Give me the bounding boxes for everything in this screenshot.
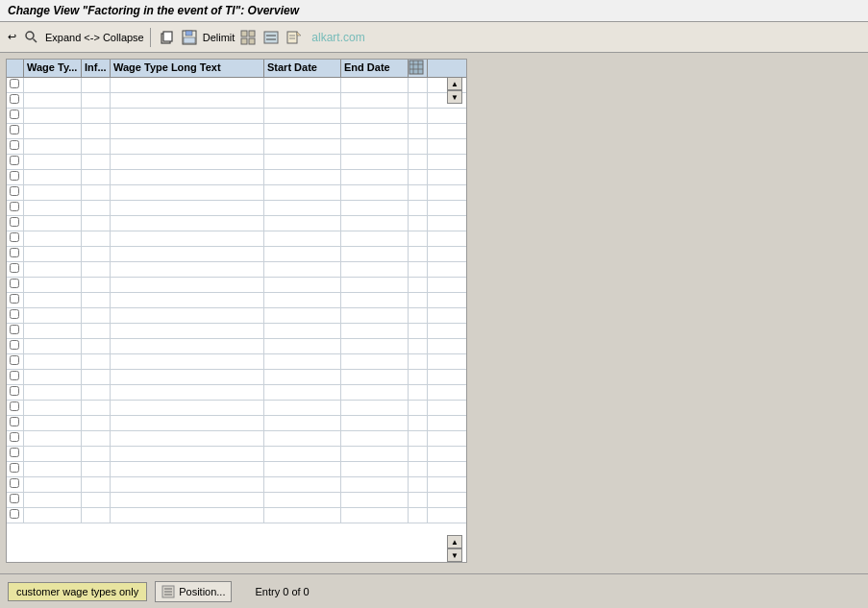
table-row[interactable] bbox=[7, 477, 466, 493]
table-row[interactable] bbox=[7, 462, 466, 477]
col-header-checkbox bbox=[7, 60, 24, 77]
scroll-down-button[interactable]: ▼ bbox=[447, 90, 462, 104]
table-row[interactable] bbox=[7, 385, 466, 401]
save-button[interactable] bbox=[180, 29, 199, 46]
table-row[interactable] bbox=[7, 231, 466, 247]
row-checkbox[interactable] bbox=[10, 94, 19, 104]
scroll-bottom-up-button[interactable]: ▲ bbox=[447, 535, 462, 548]
right-panel bbox=[473, 59, 862, 563]
position-button[interactable]: Position... bbox=[155, 581, 232, 602]
toolbar-icon1[interactable] bbox=[238, 29, 258, 46]
svg-point-0 bbox=[26, 32, 34, 39]
table-container: Wage Ty... Inf... Wage Type Long Text St… bbox=[6, 59, 467, 563]
title-bar: Change View "Factoring in the event of T… bbox=[0, 0, 868, 22]
position-label: Position... bbox=[179, 586, 225, 597]
scroll-up-button[interactable]: ▲ bbox=[447, 77, 462, 90]
row-checkbox[interactable] bbox=[10, 109, 19, 119]
table-row[interactable] bbox=[7, 155, 466, 170]
toolbar: Expand <-> Collapse Delimit bbox=[0, 22, 868, 53]
undo-icon bbox=[8, 31, 16, 43]
table-row[interactable] bbox=[7, 185, 466, 201]
table-row[interactable] bbox=[7, 247, 466, 262]
page-title: Change View "Factoring in the event of T… bbox=[8, 4, 299, 17]
svg-rect-11 bbox=[264, 32, 278, 43]
customer-wage-types-button[interactable]: customer wage types only bbox=[8, 582, 147, 601]
table-row[interactable] bbox=[7, 201, 466, 216]
main-area: Wage Ty... Inf... Wage Type Long Text St… bbox=[0, 53, 868, 569]
separator-1 bbox=[150, 28, 151, 47]
svg-rect-8 bbox=[249, 31, 255, 36]
toolbar-icon2[interactable] bbox=[261, 29, 281, 46]
svg-rect-18 bbox=[409, 61, 423, 74]
table-row[interactable] bbox=[7, 401, 466, 416]
select-all-icon bbox=[240, 30, 256, 45]
svg-rect-6 bbox=[184, 37, 195, 43]
table-row[interactable] bbox=[7, 216, 466, 231]
cell-enddate bbox=[341, 78, 409, 92]
table-row[interactable] bbox=[7, 124, 466, 139]
table-row[interactable] bbox=[7, 78, 466, 93]
table-row[interactable] bbox=[7, 354, 466, 370]
copy-icon bbox=[159, 30, 174, 45]
table-row[interactable] bbox=[7, 139, 466, 155]
table-row[interactable] bbox=[7, 416, 466, 431]
table-row[interactable] bbox=[7, 447, 466, 462]
column-settings-icon[interactable] bbox=[409, 60, 424, 75]
search-button[interactable] bbox=[22, 29, 41, 46]
cell-checkbox[interactable] bbox=[7, 109, 24, 123]
svg-rect-10 bbox=[249, 38, 255, 44]
col-header-wagetype: Wage Ty... bbox=[24, 60, 82, 77]
cell-startdate bbox=[264, 78, 341, 92]
search-icon bbox=[24, 30, 39, 45]
svg-marker-15 bbox=[297, 32, 301, 36]
table-row[interactable] bbox=[7, 431, 466, 447]
svg-rect-9 bbox=[241, 38, 247, 44]
save-icon bbox=[182, 30, 197, 45]
table-row[interactable] bbox=[7, 293, 466, 308]
cell-checkbox[interactable] bbox=[7, 93, 24, 108]
cell-scroll bbox=[409, 78, 428, 92]
watermark: alkart.com bbox=[311, 31, 364, 44]
expand-collapse-label[interactable]: Expand <-> Collapse bbox=[45, 32, 144, 43]
table-row[interactable] bbox=[7, 93, 466, 109]
arrow-up-icon: ▲ bbox=[451, 80, 459, 88]
table-row[interactable] bbox=[7, 170, 466, 185]
arrow-up-icon: ▲ bbox=[451, 538, 459, 547]
table-row[interactable] bbox=[7, 278, 466, 293]
table-row[interactable] bbox=[7, 508, 466, 523]
svg-line-1 bbox=[34, 38, 37, 42]
arrow-down-icon: ▼ bbox=[451, 93, 459, 102]
entry-info: Entry 0 of 0 bbox=[255, 586, 309, 597]
svg-rect-7 bbox=[241, 31, 247, 36]
col-header-startdate: Start Date bbox=[264, 60, 341, 77]
copy-button[interactable] bbox=[157, 29, 176, 46]
table-body: ▲ ▼ bbox=[7, 78, 466, 562]
svg-rect-3 bbox=[163, 32, 172, 41]
table-row[interactable] bbox=[7, 339, 466, 354]
table-row[interactable] bbox=[7, 262, 466, 278]
delimit-label[interactable]: Delimit bbox=[203, 32, 236, 43]
table-row[interactable] bbox=[7, 324, 466, 339]
toolbar-icon3[interactable] bbox=[285, 29, 304, 46]
table-row[interactable] bbox=[7, 308, 466, 324]
table-row[interactable] bbox=[7, 370, 466, 385]
cell-checkbox[interactable] bbox=[7, 78, 24, 92]
table-row[interactable] bbox=[7, 493, 466, 508]
svg-rect-5 bbox=[186, 31, 192, 36]
export-icon bbox=[286, 30, 302, 45]
status-bar: customer wage types only Position... Ent… bbox=[0, 573, 868, 608]
col-header-inf: Inf... bbox=[82, 60, 111, 77]
table-header: Wage Ty... Inf... Wage Type Long Text St… bbox=[7, 60, 466, 78]
filter-icon bbox=[263, 30, 279, 45]
row-checkbox[interactable] bbox=[10, 79, 19, 88]
col-header-wagelong: Wage Type Long Text bbox=[111, 60, 264, 77]
scroll-bottom-down-button[interactable]: ▼ bbox=[447, 548, 462, 562]
cell-wagetype bbox=[24, 78, 82, 92]
table-row[interactable] bbox=[7, 109, 466, 124]
col-header-enddate: End Date bbox=[341, 60, 409, 77]
cell-wagelong bbox=[111, 78, 264, 92]
cell-inf bbox=[82, 78, 111, 92]
arrow-down-icon: ▼ bbox=[451, 551, 459, 560]
undo-button[interactable] bbox=[6, 30, 18, 44]
position-icon bbox=[161, 585, 175, 598]
